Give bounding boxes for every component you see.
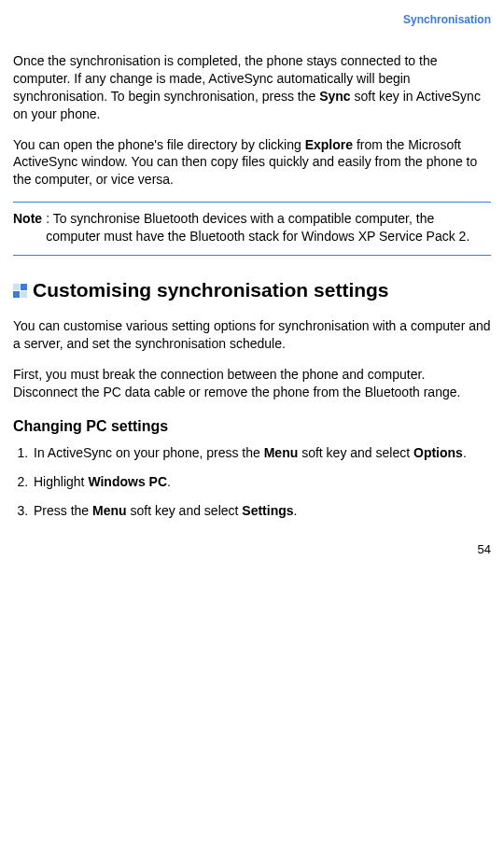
text: Highlight	[34, 474, 88, 489]
text: You can open the phone's file directory …	[13, 137, 305, 152]
paragraph: You can customise various setting option…	[13, 317, 491, 353]
section-bullet-icon	[13, 284, 27, 298]
square-icon	[13, 291, 20, 298]
running-header: Synchronisation	[13, 13, 491, 26]
page-content: Synchronisation Once the synchronisation…	[0, 0, 504, 567]
bold-text: Sync	[319, 89, 350, 104]
note-label: Note	[13, 210, 42, 245]
list-item: In ActiveSync on your phone, press the M…	[32, 444, 491, 462]
note-line: Note : To synchronise Bluetooth devices …	[13, 210, 491, 245]
ordered-steps: In ActiveSync on your phone, press the M…	[32, 444, 491, 520]
list-item: Highlight Windows PC.	[32, 473, 491, 491]
text: soft key and select	[298, 445, 413, 460]
heading-2-block: Customising synchronisation settings	[13, 278, 491, 302]
paragraph: Once the synchronisation is completed, t…	[13, 52, 491, 123]
bold-text: Options	[413, 445, 463, 460]
text: .	[463, 445, 467, 460]
square-icon	[21, 291, 27, 298]
bold-text: Settings	[242, 503, 293, 518]
heading-2: Customising synchronisation settings	[33, 278, 389, 302]
bold-text: Windows PC	[88, 474, 167, 489]
square-icon	[21, 284, 27, 290]
note-text: : To synchronise Bluetooth devices with …	[42, 210, 491, 245]
square-icon	[13, 284, 20, 290]
paragraph: You can open the phone's file directory …	[13, 136, 491, 189]
text: soft key and select	[127, 503, 243, 518]
text: In ActiveSync on your phone, press the	[34, 445, 264, 460]
page-number: 54	[13, 542, 491, 556]
paragraph: First, you must break the connection bet…	[13, 366, 491, 401]
bold-text: Explore	[305, 137, 353, 152]
text: .	[167, 474, 171, 489]
note-box: Note : To synchronise Bluetooth devices …	[13, 202, 491, 256]
heading-3: Changing PC settings	[13, 418, 491, 435]
text: Press the	[34, 503, 92, 518]
bold-text: Menu	[92, 503, 127, 518]
list-item: Press the Menu soft key and select Setti…	[32, 502, 491, 520]
text: .	[294, 503, 298, 518]
bold-text: Menu	[264, 445, 299, 460]
